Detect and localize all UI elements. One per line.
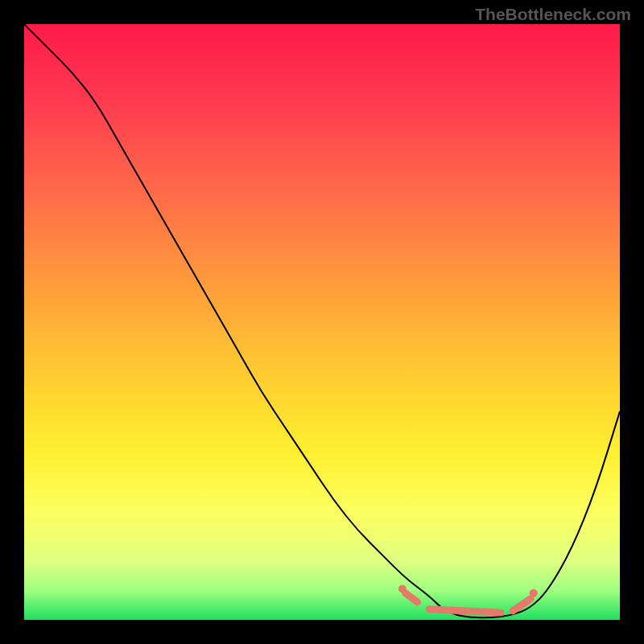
watermark-text: TheBottleneck.com <box>475 5 631 24</box>
chart-curve-layer <box>24 24 620 620</box>
optimal-range-dot <box>530 589 538 597</box>
optimal-range-marker <box>406 593 418 602</box>
optimal-range-dot <box>398 585 407 593</box>
chart-plot-area <box>24 24 620 620</box>
optimal-range-marker <box>429 609 501 613</box>
bottleneck-curve <box>24 24 620 617</box>
